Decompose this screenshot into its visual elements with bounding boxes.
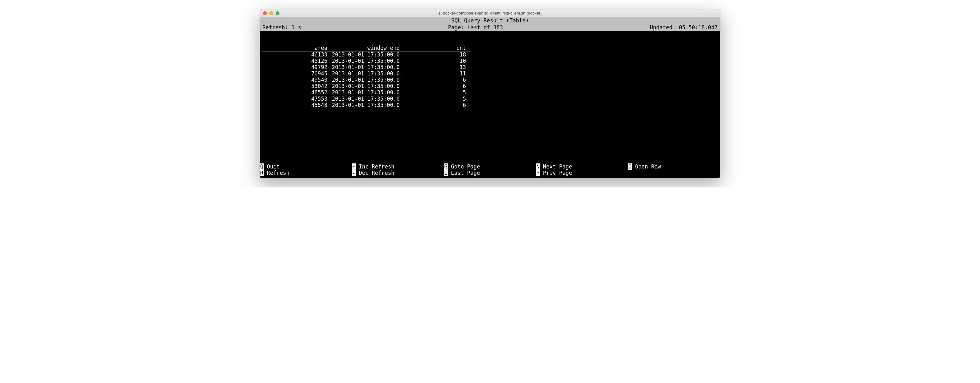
close-icon[interactable]	[263, 11, 267, 15]
table-row[interactable]: 475532013-01-01 17:35:00.05	[262, 95, 471, 102]
table-row[interactable]: 495402013-01-01 17:35:00.06	[262, 77, 471, 83]
table-cell-window_end: 2013-01-01 17:35:00.0	[332, 77, 404, 83]
terminal-body: SQL Query Result (Table) Refresh: 1 s Pa…	[260, 17, 720, 178]
table-header-row: area window_end cnt	[262, 45, 471, 51]
maximize-icon[interactable]	[275, 11, 279, 15]
table-cell-window_end: 2013-01-01 17:35:00.0	[332, 70, 404, 77]
key-badge: L	[444, 170, 448, 176]
table-cell-area: 53042	[262, 83, 332, 89]
footer-command-dec-refresh[interactable]: -Dec Refresh	[352, 170, 444, 176]
col-header-window-end: window_end	[332, 45, 404, 51]
command-label: Open Row	[635, 164, 661, 170]
table-cell-window_end: 2013-01-01 17:35:00.0	[332, 102, 404, 108]
titlebar[interactable]: 1. docker-compose exec sql-client ./sql-…	[260, 10, 720, 17]
table-cell-cnt: 6	[404, 102, 471, 108]
window-controls	[263, 11, 279, 15]
table-cell-area: 47553	[262, 95, 332, 102]
footer-command-open-row[interactable]: OOpen Row	[628, 164, 720, 170]
table-cell-window_end: 2013-01-01 17:35:00.0	[332, 89, 404, 95]
table-row[interactable]: 451262013-01-01 17:35:00.010	[262, 58, 471, 64]
table-cell-cnt: 5	[404, 89, 471, 95]
table-cell-cnt: 6	[404, 77, 471, 83]
table-cell-window_end: 2013-01-01 17:35:00.0	[332, 64, 404, 70]
table-row[interactable]: 530422013-01-01 17:35:00.06	[262, 83, 471, 89]
result-title: SQL Query Result (Table)	[260, 17, 720, 24]
terminal-window: 1. docker-compose exec sql-client ./sql-…	[260, 10, 720, 178]
table-cell-window_end: 2013-01-01 17:35:00.0	[332, 95, 404, 102]
footer-column: +Inc Refresh-Dec Refresh	[352, 164, 444, 176]
command-label: Prev Page	[543, 170, 572, 176]
footer-column: GGoto PageLLast Page	[444, 164, 536, 176]
table-cell-cnt: 18	[404, 51, 471, 58]
key-badge: Q	[260, 164, 264, 170]
footer-column: OOpen Row	[628, 164, 720, 176]
footer-command-refresh[interactable]: RRefresh	[260, 170, 352, 176]
command-label: Dec Refresh	[359, 170, 395, 176]
table-row[interactable]: 485522013-01-01 17:35:00.05	[262, 89, 471, 95]
key-badge: R	[260, 170, 264, 176]
command-label: Last Page	[451, 170, 480, 176]
table-cell-area: 49540	[262, 77, 332, 83]
result-content: area window_end cnt 461332013-01-01 17:3…	[260, 31, 720, 164]
command-label: Next Page	[543, 164, 572, 170]
table-cell-area: 48552	[262, 89, 332, 95]
command-label: Quit	[267, 164, 280, 170]
table-cell-cnt: 11	[404, 70, 471, 77]
status-bar: Refresh: 1 s Page: Last of 383 Updated: …	[260, 24, 720, 31]
table-cell-window_end: 2013-01-01 17:35:00.0	[332, 83, 404, 89]
updated-status: Updated: 05:50:18.047	[650, 24, 718, 31]
window-title: 1. docker-compose exec sql-client ./sql-…	[260, 11, 720, 16]
page-status: Page: Last of 383	[301, 24, 650, 31]
footer-command-prev-page[interactable]: PPrev Page	[536, 170, 628, 176]
key-badge: N	[536, 164, 540, 170]
table-cell-area: 46133	[262, 51, 332, 58]
footer-commands: QQuitRRefresh+Inc Refresh-Dec RefreshGGo…	[260, 164, 720, 178]
table-cell-cnt: 10	[404, 58, 471, 64]
table-cell-cnt: 13	[404, 64, 471, 70]
key-badge: -	[352, 170, 356, 176]
table-cell-area: 70945	[262, 70, 332, 77]
refresh-status: Refresh: 1 s	[262, 24, 301, 31]
footer-command-goto-page[interactable]: GGoto Page	[444, 164, 536, 170]
key-badge: +	[352, 164, 356, 170]
footer-command-inc-refresh[interactable]: +Inc Refresh	[352, 164, 444, 170]
command-label: Refresh	[267, 170, 290, 176]
footer-column: QQuitRRefresh	[260, 164, 352, 176]
table-cell-cnt: 5	[404, 95, 471, 102]
key-badge: P	[536, 170, 540, 176]
command-label: Goto Page	[451, 164, 480, 170]
command-label: Inc Refresh	[359, 164, 395, 170]
footer-column: NNext PagePPrev Page	[536, 164, 628, 176]
footer-command-quit[interactable]: QQuit	[260, 164, 352, 170]
table-row[interactable]: 497922013-01-01 17:35:00.013	[262, 64, 471, 70]
table-cell-area: 49792	[262, 64, 332, 70]
table-cell-area: 45126	[262, 58, 332, 64]
table-cell-window_end: 2013-01-01 17:35:00.0	[332, 51, 404, 58]
table-row[interactable]: 461332013-01-01 17:35:00.018	[262, 51, 471, 58]
table-cell-cnt: 6	[404, 83, 471, 89]
table-row[interactable]: 709452013-01-01 17:35:00.011	[262, 70, 471, 77]
col-header-area: area	[262, 45, 332, 51]
minimize-icon[interactable]	[269, 11, 273, 15]
result-table: area window_end cnt 461332013-01-01 17:3…	[262, 45, 471, 108]
table-cell-area: 45548	[262, 102, 332, 108]
table-cell-window_end: 2013-01-01 17:35:00.0	[332, 58, 404, 64]
footer-command-next-page[interactable]: NNext Page	[536, 164, 628, 170]
footer-command-last-page[interactable]: LLast Page	[444, 170, 536, 176]
table-row[interactable]: 455482013-01-01 17:35:00.06	[262, 102, 471, 108]
key-badge: O	[628, 164, 632, 170]
key-badge: G	[444, 164, 448, 170]
col-header-cnt: cnt	[404, 45, 471, 51]
